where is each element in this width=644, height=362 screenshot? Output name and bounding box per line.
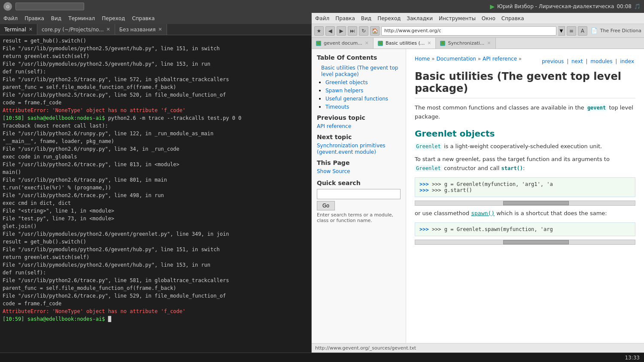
doc-main: Home » Documentation » API reference » p… [406, 49, 644, 343]
terminal-line: File "/usr/lib/python2.6/trace.py", line… [3, 161, 309, 168]
show-source-link[interactable]: Show Source [317, 168, 350, 174]
bookmark-title: The Free Dictiona [600, 28, 641, 33]
code-scrollbar-2[interactable] [415, 240, 635, 245]
browser-refresh-button[interactable]: ↻ [359, 26, 368, 36]
search-hint: Enter search terms or a module, class or… [317, 212, 401, 223]
greenlet-text-3: constructor and call [444, 165, 499, 171]
top-search-input[interactable] [15, 3, 84, 10]
browser-tab-favicon-2: 🌿 [440, 41, 445, 46]
browser-tab-favicon-1: 🌿 [378, 41, 383, 46]
terminal-tab-close-1[interactable]: ✕ [106, 27, 110, 32]
terminal-menu-file[interactable]: Файл [3, 15, 18, 21]
terminal-prompt-line-2: [10:59] sasha@edellbook:nodes-ai$ █ [3, 315, 309, 323]
terminal-menu-go[interactable]: Переход [102, 15, 125, 21]
nav-previous[interactable]: previous [542, 58, 564, 64]
nav-index[interactable]: index [620, 58, 634, 64]
browser-menu-bookmarks[interactable]: Закладки [407, 15, 433, 21]
terminal-content[interactable]: result = get_hub().switch() File "/usr/l… [0, 35, 311, 353]
toc-subitem-3[interactable]: Useful general functions [325, 95, 401, 102]
breadcrumb-sep-3: » [519, 56, 522, 62]
browser-menu-edit[interactable]: Правка [335, 15, 355, 21]
code-text-3: >>> g = Greenlet.spawn(myfunction, 'arg [432, 226, 553, 232]
media-time: 00:08 [617, 3, 632, 9]
breadcrumb-documentation[interactable]: Documentation [436, 56, 476, 62]
browser-tab-2[interactable]: 🌿 Synchronizati... ✕ [436, 38, 495, 49]
terminal-line: File "/usr/lib/python2.6/trace.py", line… [3, 292, 309, 300]
toc-link-2[interactable]: Spawn helpers [325, 88, 363, 94]
prev-topic-link[interactable]: API reference [317, 123, 351, 129]
browser-menu-view[interactable]: Вид [361, 15, 371, 21]
browser-type-button[interactable]: A [578, 26, 587, 36]
terminal-line: code = frame.f_code [3, 99, 309, 106]
browser-tab-0[interactable]: 🌿 gevent docum... ✕ [312, 38, 374, 49]
browser-menu-tools[interactable]: Инструменты [439, 15, 476, 21]
toc-link-3[interactable]: Useful general functions [325, 96, 388, 102]
browser-bookmark-star[interactable]: ★ [314, 26, 324, 36]
greenlet-paragraph-2: To start a new greenlet, pass the target… [415, 155, 635, 173]
breadcrumb-home[interactable]: Home [415, 56, 430, 62]
terminal-line: exec code in run_globals [3, 153, 309, 161]
toc-link-4[interactable]: Timeouts [325, 104, 349, 110]
toc-link-0[interactable]: Basic utilities (The gevent top level pa… [321, 65, 398, 77]
browser-content: Table Of Contents Basic utilities (The g… [312, 49, 644, 343]
browser-tab-close-2[interactable]: ✕ [487, 40, 491, 46]
play-icon[interactable]: ▶ [490, 3, 495, 10]
terminal-menu-help[interactable]: Справка [132, 15, 155, 21]
toc-subitem-4[interactable]: Timeouts [325, 103, 401, 110]
terminal-tab-close-2[interactable]: ✕ [158, 27, 162, 32]
terminal-tab-label-0: Terminal [4, 27, 26, 33]
terminal-tab-label-1: core.py (~/Projects/no... [42, 27, 104, 33]
breadcrumb-api[interactable]: API reference [483, 56, 517, 62]
terminal-tab-1[interactable]: core.py (~/Projects/no... ✕ [37, 24, 115, 35]
taskbar-time: 13:33 [625, 355, 640, 361]
terminal-tab-close-0[interactable]: ✕ [29, 27, 33, 32]
media-icon: 🎵 [634, 3, 641, 9]
browser-home-button[interactable]: 🏠 [370, 26, 380, 36]
browser-tab-1[interactable]: 🌿 Basic utilities (... ✕ [374, 38, 436, 49]
url-bar[interactable]: http://www.gevent.org/c [381, 26, 556, 36]
taskbar: 13:33 [0, 353, 644, 362]
next-topic-link[interactable]: Synchronization primitives (gevent.event… [317, 143, 386, 155]
browser-back-button[interactable]: ◀ [325, 26, 335, 36]
toc-list: Basic utilities (The gevent top level pa… [317, 64, 401, 77]
terminal-error-line-2: AttributeError: 'NoneType' object has no… [3, 307, 309, 315]
url-dropdown[interactable]: ▼ [558, 26, 565, 36]
code-scrollbar-thumb-1[interactable] [503, 201, 569, 205]
browser-menu-file[interactable]: Файл [315, 15, 329, 21]
quick-search-go-button[interactable]: Go [317, 201, 335, 210]
browser-toolbar: ★ ◀ ▶ ⏭ ↻ 🏠 http://www.gevent.org/c ▼ ≡ … [312, 24, 644, 38]
browser-menu-help[interactable]: Справка [501, 15, 524, 21]
toc-subitem-1[interactable]: Greenlet objects [325, 79, 401, 85]
terminal-cmd: python2.6 -m trace --trackcalls test.py … [105, 115, 241, 121]
terminal-line: File "/usr/lib/python2.6/trace.py", line… [3, 277, 309, 284]
browser-rss-button[interactable]: ≡ [567, 26, 576, 36]
browser-menu-window[interactable]: Окно [482, 15, 495, 21]
terminal-prompt-2: [10:59] sasha@edellbook:nodes-ai$ [3, 316, 105, 322]
terminal-line: parent_func = self.file_module_function_… [3, 284, 309, 292]
browser-tab-close-0[interactable]: ✕ [365, 40, 369, 46]
or-paragraph: or use classmethod spawn() which is a sh… [415, 209, 635, 218]
terminal-tab-2[interactable]: Без названия ✕ [115, 24, 167, 35]
terminal-tab-0[interactable]: Terminal ✕ [0, 24, 37, 35]
browser-forward-button[interactable]: ▶ [337, 26, 346, 36]
browser-skip-button[interactable]: ⏭ [348, 26, 357, 36]
toc-link-1[interactable]: Greenlet objects [325, 79, 368, 85]
terminal-menu-edit[interactable]: Правка [24, 15, 44, 21]
quick-search-input[interactable] [317, 189, 401, 199]
toc-subitem-2[interactable]: Spawn helpers [325, 87, 401, 94]
nav-next[interactable]: next [571, 58, 583, 64]
code-scrollbar-thumb-2[interactable] [503, 240, 569, 244]
greenlet-text-2: To start a new greenlet, pass the target… [415, 156, 610, 162]
greenlet-constructor-inline: Greenlet [415, 165, 442, 172]
code-scrollbar-1[interactable] [415, 201, 635, 206]
main-area: Файл Правка Вид Терминал Переход Справка… [0, 13, 644, 353]
browser-tab-close-1[interactable]: ✕ [427, 40, 431, 46]
terminal-menu-terminal[interactable]: Терминал [68, 15, 95, 21]
code-line-1: >>> >>> g = Greenlet(myfunction, 'arg1',… [419, 181, 631, 187]
spawn-link[interactable]: spawn() [471, 210, 495, 216]
browser-menu-go[interactable]: Переход [377, 15, 401, 21]
terminal-error-line: AttributeError: 'NoneType' object has no… [3, 106, 309, 114]
nav-modules[interactable]: modules [590, 58, 612, 64]
terminal-menu-view[interactable]: Вид [51, 15, 61, 21]
toc-item-0[interactable]: Basic utilities (The gevent top level pa… [321, 64, 401, 77]
